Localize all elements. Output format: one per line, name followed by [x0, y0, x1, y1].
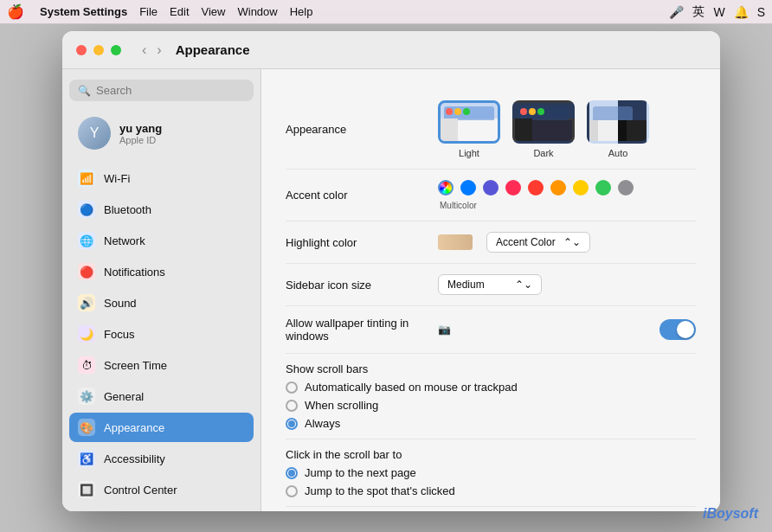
- sidebar-label-controlcenter: Control Center: [104, 484, 177, 497]
- sidebar-label-screentime: Screen Time: [104, 359, 167, 372]
- sidebar-label-appearance: Appearance: [104, 421, 164, 434]
- notification-icon[interactable]: 🔔: [734, 5, 749, 19]
- network-icon: 🌐: [78, 232, 95, 249]
- light-thumb[interactable]: [438, 100, 500, 144]
- scroll-auto-radio[interactable]: [286, 381, 298, 394]
- click-scrollbar-options: Jump to the next page Jump to the spot t…: [286, 466, 696, 497]
- sidebar-icon-size-value: Medium: [447, 279, 485, 291]
- auto-thumb[interactable]: [587, 100, 649, 144]
- titlebar: ‹ › Appearance: [62, 31, 720, 69]
- scroll-bars-title: Show scroll bars: [286, 362, 696, 375]
- accent-red[interactable]: [528, 180, 544, 195]
- sidebar-icon-size-control: Medium ⌃⌄: [438, 274, 696, 295]
- accent-orange[interactable]: [550, 180, 566, 195]
- sidebar-item-appearance[interactable]: 🎨 Appearance: [69, 413, 254, 442]
- bluetooth-icon: 🔵: [78, 201, 95, 218]
- scroll-bars-block: Show scroll bars Automatically based on …: [286, 354, 696, 439]
- click-next-page-option[interactable]: Jump to the next page: [286, 466, 696, 479]
- user-profile[interactable]: Y yu yang Apple ID: [69, 110, 254, 157]
- scroll-always-label: Always: [305, 417, 340, 430]
- sidebar-item-general[interactable]: ⚙️ General: [69, 381, 254, 411]
- scroll-auto-option[interactable]: Automatically based on mouse or trackpad: [286, 381, 696, 394]
- accent-color-label: Accent color: [286, 189, 424, 202]
- click-spot-option[interactable]: Jump to the spot that's clicked: [286, 484, 696, 497]
- wallpaper-tinting-toggle[interactable]: [659, 319, 696, 340]
- click-next-page-label: Jump to the next page: [305, 466, 416, 479]
- accent-multicolor[interactable]: [438, 180, 454, 195]
- click-spot-radio[interactable]: [286, 485, 298, 497]
- apple-menu[interactable]: 🍎: [7, 3, 24, 20]
- app-name[interactable]: System Settings: [40, 5, 127, 18]
- appearance-option-light[interactable]: Light: [438, 100, 500, 158]
- extra-icon[interactable]: S: [757, 5, 765, 19]
- accent-pink[interactable]: [505, 180, 521, 195]
- sidebar-item-focus[interactable]: 🌙 Focus: [69, 319, 254, 349]
- appearance-option-auto[interactable]: Auto: [587, 100, 649, 158]
- sidebar-item-notifications[interactable]: 🔴 Notifications: [69, 257, 254, 286]
- accent-color-row: Accent color: [286, 170, 696, 221]
- appearance-option-dark[interactable]: Dark: [512, 100, 575, 158]
- main-panel: Appearance: [261, 69, 720, 511]
- appearance-icon: 🎨: [78, 419, 95, 436]
- sound-icon: 🔊: [78, 294, 95, 311]
- user-name: yu yang: [119, 122, 162, 135]
- search-input[interactable]: [96, 84, 245, 97]
- mic-icon[interactable]: 🎤: [669, 5, 684, 19]
- accent-graphite[interactable]: [618, 180, 634, 195]
- wifi-icon: 📶: [78, 170, 95, 187]
- forward-button[interactable]: ›: [153, 41, 164, 60]
- wallpaper-tinting-row: Allow wallpaper tinting in windows 📷: [286, 306, 696, 354]
- sidebar-item-network[interactable]: 🌐 Network: [69, 226, 254, 255]
- auto-label: Auto: [608, 148, 628, 158]
- menu-edit[interactable]: Edit: [170, 5, 189, 18]
- sidebar-item-controlcenter[interactable]: 🔲 Control Center: [69, 475, 254, 504]
- sidebar-label-bluetooth: Bluetooth: [104, 203, 151, 216]
- sidebar-size-arrow: ⌃⌄: [515, 279, 532, 291]
- highlight-color-dropdown[interactable]: Accent Color ⌃⌄: [486, 232, 590, 253]
- scroll-scrolling-option[interactable]: When scrolling: [286, 399, 696, 412]
- click-next-page-radio[interactable]: [286, 467, 298, 479]
- menu-help[interactable]: Help: [290, 5, 313, 18]
- scroll-scrolling-label: When scrolling: [305, 399, 378, 412]
- light-label: Light: [459, 148, 479, 158]
- sidebar: 🔍 Y yu yang Apple ID 📶 Wi-Fi 🔵 Bluetooth: [62, 69, 261, 511]
- maximize-button[interactable]: [111, 45, 121, 55]
- back-button[interactable]: ‹: [138, 41, 150, 60]
- scroll-always-radio[interactable]: [286, 418, 298, 430]
- sidebar-item-accessibility[interactable]: ♿ Accessibility: [69, 444, 254, 473]
- sidebar-item-bluetooth[interactable]: 🔵 Bluetooth: [69, 195, 254, 224]
- sidebar-item-siri[interactable]: 🎤 Siri & Spotlight: [69, 506, 254, 511]
- menubar: 🍎 System Settings File Edit View Window …: [0, 0, 772, 24]
- menu-file[interactable]: File: [139, 5, 158, 18]
- dark-thumb[interactable]: [512, 100, 575, 144]
- sidebar-icon-size-dropdown[interactable]: Medium ⌃⌄: [438, 274, 542, 295]
- close-button[interactable]: [76, 45, 87, 55]
- screentime-icon: ⏱: [78, 356, 95, 374]
- menu-view[interactable]: View: [202, 5, 226, 18]
- accent-yellow[interactable]: [573, 180, 589, 195]
- sidebar-item-wifi[interactable]: 📶 Wi-Fi: [69, 163, 254, 193]
- w-icon[interactable]: W: [713, 5, 724, 19]
- scroll-auto-label: Automatically based on mouse or trackpad: [305, 381, 518, 394]
- user-sub: Apple ID: [119, 135, 162, 145]
- sidebar-icon-size-row: Sidebar icon size Medium ⌃⌄: [286, 264, 696, 306]
- accent-selected-label: Multicolor: [438, 201, 634, 210]
- notifications-icon: 🔴: [78, 263, 95, 280]
- accent-blue[interactable]: [460, 180, 476, 195]
- menu-window[interactable]: Window: [237, 5, 277, 18]
- highlight-color-preview: [438, 234, 473, 250]
- scroll-always-option[interactable]: Always: [286, 417, 696, 430]
- scroll-scrolling-radio[interactable]: [286, 400, 298, 412]
- sidebar-label-sound: Sound: [104, 297, 137, 310]
- sidebar-item-screentime[interactable]: ⏱ Screen Time: [69, 350, 254, 380]
- search-box[interactable]: 🔍: [69, 80, 254, 101]
- accent-purple[interactable]: [483, 180, 499, 195]
- highlight-color-label: Highlight color: [286, 236, 424, 249]
- sidebar-label-notifications: Notifications: [104, 266, 165, 279]
- click-scrollbar-block: Click in the scroll bar to Jump to the n…: [286, 439, 696, 507]
- appearance-options: Light: [438, 100, 696, 158]
- minimize-button[interactable]: [93, 45, 104, 55]
- accent-green[interactable]: [595, 180, 611, 195]
- sidebar-item-sound[interactable]: 🔊 Sound: [69, 288, 254, 317]
- lang-icon[interactable]: 英: [692, 4, 704, 20]
